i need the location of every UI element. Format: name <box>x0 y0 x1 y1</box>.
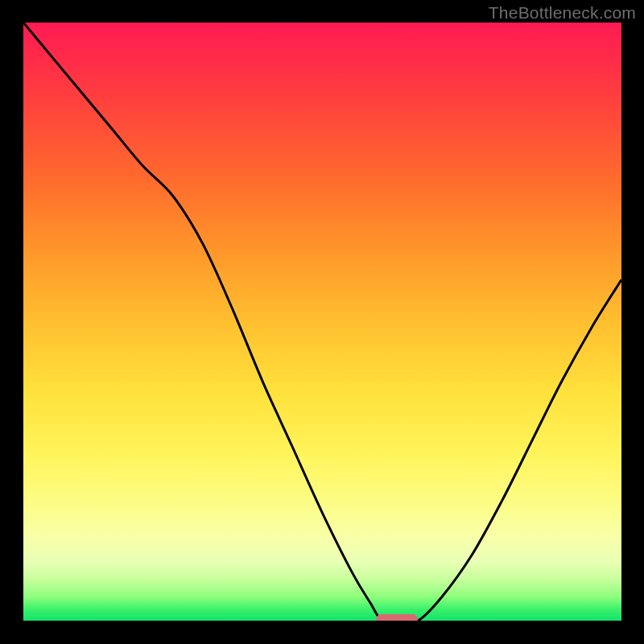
optimum-marker <box>376 614 418 621</box>
watermark-text: TheBottleneck.com <box>489 3 636 23</box>
bottleneck-curve <box>23 23 621 621</box>
chart-frame: TheBottleneck.com <box>0 0 644 644</box>
plot-area <box>23 23 621 621</box>
bottleneck-curve-path <box>23 23 621 621</box>
